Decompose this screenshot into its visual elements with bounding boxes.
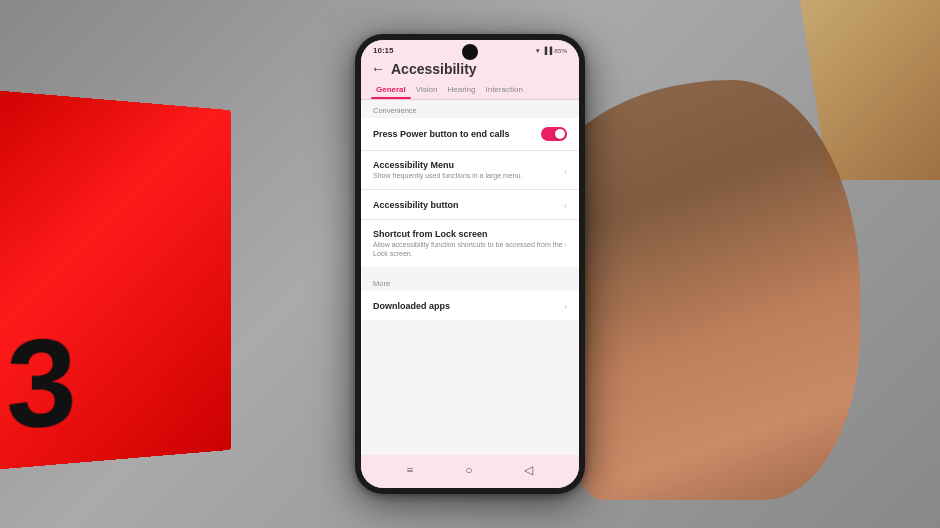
page-title: Accessibility bbox=[391, 61, 477, 77]
more-label: More bbox=[361, 273, 579, 291]
accessibility-menu-chevron: › bbox=[564, 165, 567, 176]
red-box: 3 bbox=[0, 88, 231, 471]
status-icons: ▾ ▐▐ 85% bbox=[536, 47, 567, 55]
tab-vision[interactable]: Vision bbox=[411, 81, 443, 99]
status-time: 10:15 bbox=[373, 46, 393, 55]
back-button[interactable]: ← bbox=[371, 61, 385, 77]
accessibility-menu-text: Accessibility Menu Show frequently used … bbox=[373, 160, 564, 180]
signal-icon: ▐▐ bbox=[542, 47, 552, 55]
box-number: 3 bbox=[6, 321, 76, 448]
power-button-title: Press Power button to end calls bbox=[373, 129, 541, 139]
tabs-bar: General Vision Hearing Interaction bbox=[361, 81, 579, 100]
power-button-item[interactable]: Press Power button to end calls bbox=[361, 118, 579, 151]
menu-icon[interactable]: ≡ bbox=[407, 463, 414, 478]
settings-content: Convenience Press Power button to end ca… bbox=[361, 100, 579, 455]
phone-screen: 10:15 ▾ ▐▐ 85% ← Accessibility General V… bbox=[361, 40, 579, 488]
lock-screen-shortcut-title: Shortcut from Lock screen bbox=[373, 229, 564, 239]
phone-notch bbox=[462, 44, 478, 60]
downloaded-apps-item[interactable]: Downloaded apps › bbox=[361, 291, 579, 320]
convenience-card: Press Power button to end calls Accessib… bbox=[361, 118, 579, 267]
tab-hearing[interactable]: Hearing bbox=[442, 81, 480, 99]
accessibility-button-item[interactable]: Accessibility button › bbox=[361, 190, 579, 220]
tab-interaction[interactable]: Interaction bbox=[480, 81, 527, 99]
lock-screen-shortcut-text: Shortcut from Lock screen Allow accessib… bbox=[373, 229, 564, 258]
more-card: Downloaded apps › bbox=[361, 291, 579, 320]
power-button-toggle[interactable] bbox=[541, 127, 567, 141]
home-icon[interactable]: ○ bbox=[465, 463, 472, 478]
lock-screen-shortcut-chevron: › bbox=[564, 238, 567, 249]
lock-screen-shortcut-desc: Allow accessibility function shortcuts t… bbox=[373, 240, 564, 258]
downloaded-apps-text: Downloaded apps bbox=[373, 301, 564, 311]
battery-icon: 85% bbox=[554, 47, 567, 55]
accessibility-button-chevron: › bbox=[564, 199, 567, 210]
accessibility-menu-title: Accessibility Menu bbox=[373, 160, 564, 170]
toggle-knob bbox=[555, 129, 565, 139]
scene: 3 10:15 ▾ ▐▐ 85% ← Accessibility bbox=[0, 0, 940, 528]
convenience-label: Convenience bbox=[361, 100, 579, 118]
accessibility-menu-desc: Show frequently used functions in a larg… bbox=[373, 171, 564, 180]
accessibility-button-text: Accessibility button bbox=[373, 200, 564, 210]
tab-general[interactable]: General bbox=[371, 81, 411, 99]
power-button-text: Press Power button to end calls bbox=[373, 129, 541, 139]
back-icon[interactable]: ◁ bbox=[524, 463, 533, 478]
downloaded-apps-chevron: › bbox=[564, 300, 567, 311]
wifi-icon: ▾ bbox=[536, 47, 540, 55]
hand-overlay bbox=[540, 80, 860, 500]
phone: 10:15 ▾ ▐▐ 85% ← Accessibility General V… bbox=[355, 34, 585, 494]
lock-screen-shortcut-item[interactable]: Shortcut from Lock screen Allow accessib… bbox=[361, 220, 579, 267]
downloaded-apps-title: Downloaded apps bbox=[373, 301, 564, 311]
bottom-nav: ≡ ○ ◁ bbox=[361, 455, 579, 488]
accessibility-menu-item[interactable]: Accessibility Menu Show frequently used … bbox=[361, 151, 579, 190]
accessibility-button-title: Accessibility button bbox=[373, 200, 564, 210]
header: ← Accessibility bbox=[361, 57, 579, 81]
